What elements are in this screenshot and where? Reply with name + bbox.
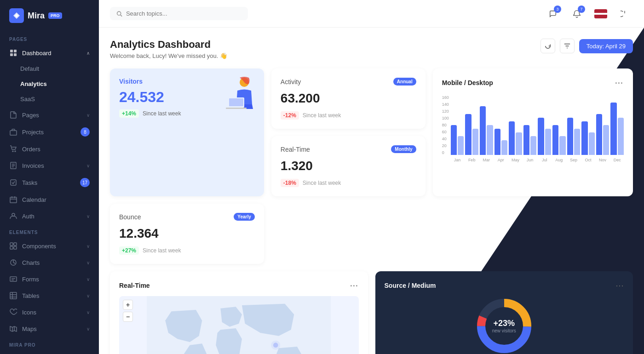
bottom-row: Real-Time ⋯ + −	[110, 271, 633, 354]
page-title: Analytics Dashboard	[110, 39, 227, 51]
month-may: May	[509, 158, 522, 162]
sidebar-item-saas[interactable]: SaaS	[0, 91, 99, 107]
bounce-period: Since last week	[143, 247, 181, 254]
notifications-button[interactable]: 3	[545, 6, 561, 22]
map-controls: + −	[123, 300, 133, 322]
bar-desktop-9	[589, 132, 595, 155]
topbar-right: 3 7	[545, 6, 633, 22]
realtime-label: Real-Time	[281, 146, 310, 153]
sidebar-item-orders[interactable]: Orders	[0, 141, 99, 157]
bar-chart	[451, 95, 624, 155]
bounce-badge: Yearly	[234, 213, 254, 221]
sidebar-item-dashboard[interactable]: Dashboard ∧	[0, 45, 99, 61]
activity-card: Activity Annual 63.200 -12% Since last w…	[271, 69, 426, 129]
realtime-change: -18%	[281, 179, 299, 187]
mobile-desktop-card: Mobile / Desktop ⋯ 160 140 120 100 80 60…	[433, 69, 633, 196]
sidebar-item-tasks[interactable]: Tasks 17	[0, 174, 99, 191]
bounce-change: +27%	[119, 246, 139, 255]
page-header-text: Analytics Dashboard Welcome back, Lucy! …	[110, 39, 227, 59]
y-label-80: 80	[442, 123, 449, 127]
bar-mobile-11	[610, 103, 616, 155]
sidebar-item-pages[interactable]: Pages ∨	[0, 107, 99, 123]
bell-button[interactable]: 7	[569, 6, 585, 22]
auth-chevron: ∨	[86, 214, 90, 219]
sidebar-item-invoices[interactable]: Invoices ∨	[0, 157, 99, 174]
refresh-button[interactable]	[540, 39, 555, 53]
invoices-label: Invoices	[22, 162, 82, 169]
mobile-desktop-more[interactable]: ⋯	[615, 78, 624, 88]
bar-mobile-8	[567, 118, 573, 155]
sidebar-item-calendar[interactable]: Calendar	[0, 191, 99, 208]
map-icon	[9, 325, 17, 333]
calendar-icon	[9, 195, 17, 204]
bar-desktop-1	[472, 129, 478, 155]
saas-label: SaaS	[20, 96, 35, 103]
flag-button[interactable]	[592, 6, 609, 22]
calendar-label: Calendar	[22, 196, 90, 203]
date-button[interactable]: Today: April 29	[579, 39, 633, 53]
month-apr: Apr	[494, 158, 508, 162]
month-nov: Nov	[596, 158, 610, 162]
visitors-change: +14%	[119, 109, 139, 118]
y-axis: 160 140 120 100 80 60 40 20 0	[442, 95, 449, 164]
auth-label: Auth	[22, 213, 82, 220]
source-more-btn[interactable]: ⋯	[615, 280, 624, 291]
sidebar-item-default[interactable]: Default	[0, 61, 99, 76]
sidebar-item-components[interactable]: Components ∨	[0, 238, 99, 254]
mobile-desktop-header: Mobile / Desktop ⋯	[442, 78, 624, 88]
sidebar-item-auth[interactable]: Auth ∨	[0, 208, 99, 224]
bar-desktop-4	[516, 132, 522, 155]
map-more-btn[interactable]: ⋯	[350, 280, 359, 291]
maps-chevron: ∨	[86, 326, 90, 331]
donut-wrapper: +23% new visitors	[385, 296, 624, 354]
bar-desktop-7	[559, 136, 565, 155]
sidebar-item-forms[interactable]: Forms ∨	[0, 271, 99, 287]
top-stats-row: Visitors 24.532 +14% Since last week	[110, 69, 633, 264]
search-box[interactable]	[110, 7, 248, 20]
month-jul: Jul	[538, 158, 551, 162]
sidebar-item-icons[interactable]: Icons ∨	[0, 304, 99, 320]
map-container: + −	[119, 296, 359, 354]
realtime-period: Since last week	[303, 180, 341, 186]
sidebar-item-maps[interactable]: Maps ∨	[0, 320, 99, 337]
sidebar-item-analytics[interactable]: Analytics	[0, 76, 99, 91]
power-button[interactable]	[616, 6, 633, 22]
activity-badge: Annual	[393, 78, 416, 86]
bar-group-0	[451, 125, 464, 155]
sidebar-logo[interactable]: Mira PRO	[0, 0, 99, 31]
analytics-label: Analytics	[20, 80, 47, 87]
sidebar-item-tables[interactable]: Tables ∨	[0, 287, 99, 304]
sidebar-item-charts[interactable]: Charts ∨	[0, 254, 99, 271]
visitors-period: Since last week	[143, 110, 181, 117]
bar-group-11	[610, 103, 624, 155]
svg-rect-35	[229, 98, 243, 106]
mobile-desktop-title: Mobile / Desktop	[442, 79, 493, 86]
header-actions: Today: April 29	[540, 39, 633, 53]
svg-rect-2	[10, 53, 13, 56]
search-input[interactable]	[126, 10, 242, 17]
svg-rect-3	[14, 53, 17, 56]
topbar: 3 7	[99, 0, 644, 28]
main-area: 3 7	[99, 0, 644, 354]
dashboard-label: Dashboard	[22, 50, 82, 57]
bar-desktop-11	[618, 118, 624, 155]
realtime-card: Real-Time Monthly 1.320 -18% Since last …	[271, 136, 426, 196]
bar-mobile-7	[552, 125, 558, 155]
donut-subtitle: new visitors	[492, 328, 516, 333]
svg-line-32	[121, 15, 122, 16]
bar-group-8	[567, 118, 581, 155]
filter-button[interactable]	[560, 39, 575, 53]
content-area: Analytics Dashboard Welcome back, Lucy! …	[99, 28, 644, 354]
activity-value: 63.200	[281, 91, 416, 106]
sidebar-item-projects[interactable]: Projects 8	[0, 123, 99, 141]
month-sep: Sep	[567, 158, 581, 162]
map-zoom-out[interactable]: −	[123, 312, 133, 322]
orders-label: Orders	[22, 146, 90, 153]
map-zoom-in[interactable]: +	[123, 300, 133, 310]
activity-footer: -12% Since last week	[281, 111, 416, 120]
icons-label: Icons	[22, 309, 82, 316]
y-label-60: 60	[442, 130, 449, 134]
forms-chevron: ∨	[86, 277, 90, 282]
bar-group-7	[552, 125, 566, 155]
y-label-100: 100	[442, 116, 449, 120]
